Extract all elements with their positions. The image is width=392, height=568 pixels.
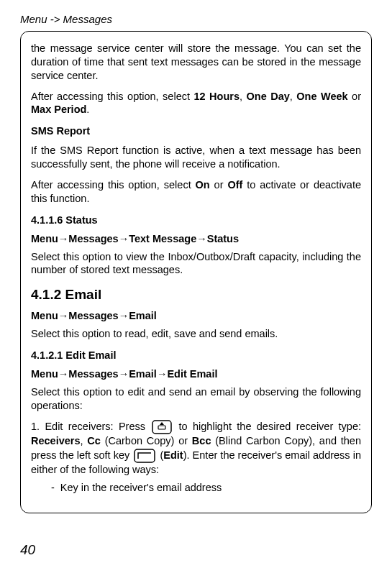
status-nav-path: Menu→Messages→Text Message→Status	[31, 233, 361, 244]
left-soft-key-icon	[134, 449, 155, 463]
intro-paragraph: the message service center will store th…	[31, 42, 361, 83]
status-description: Select this option to view the Inbox/Out…	[31, 250, 361, 278]
option-edit: Edit	[163, 449, 183, 461]
nav-menu: Menu	[31, 368, 58, 380]
text: After accessing this option, select	[31, 91, 193, 102]
text: 1. Edit receivers: Press	[31, 421, 150, 432]
nav-menu: Menu	[31, 310, 58, 321]
text: to highlight the desired receiver type:	[173, 421, 361, 432]
email-heading: 4.1.2 Email	[31, 287, 361, 303]
text: or	[348, 91, 361, 102]
arrow-icon: →	[119, 233, 129, 244]
arrow-icon: →	[119, 310, 129, 321]
sms-report-description: If the SMS Report function is active, wh…	[31, 144, 361, 171]
email-nav-path: Menu→Messages→Email	[31, 310, 361, 321]
text: (Carbon Copy) or	[101, 435, 192, 446]
nav-status: Status	[207, 233, 239, 244]
arrow-icon: →	[58, 233, 69, 244]
text: .	[86, 104, 89, 115]
arrow-icon: →	[58, 310, 69, 321]
edit-email-heading: 4.1.2.1 Edit Email	[31, 349, 361, 361]
text: ,	[81, 435, 88, 446]
option-on: On	[196, 179, 210, 191]
nav-messages: Messages	[68, 368, 118, 380]
nav-messages: Messages	[68, 233, 118, 244]
step-1: 1. Edit receivers: Press to highlight th…	[31, 420, 361, 495]
option-off: Off	[227, 179, 242, 191]
sms-report-heading: SMS Report	[31, 125, 361, 137]
arrow-icon: →	[196, 233, 207, 244]
svg-rect-1	[158, 426, 165, 429]
option-receivers: Receivers	[31, 435, 81, 446]
text: ,	[290, 91, 297, 102]
status-heading: 4.1.1.6 Status	[31, 214, 361, 226]
text: After accessing this option, select	[31, 179, 196, 191]
validity-period-options: After accessing this option, select 12 H…	[31, 90, 361, 117]
option-one-day: One Day	[247, 91, 290, 102]
option-max-period: Max Period	[31, 104, 86, 115]
nav-menu: Menu	[31, 233, 58, 244]
arrow-icon: →	[157, 368, 168, 380]
nav-email: Email	[129, 368, 157, 380]
page-header: Menu -> Messages	[20, 13, 372, 25]
nav-messages: Messages	[68, 310, 118, 321]
text: or	[210, 179, 228, 191]
page-number: 40	[20, 542, 35, 558]
nav-text-message: Text Message	[129, 233, 196, 244]
step-1-sub: -Key in the receiver's email address	[51, 481, 361, 495]
arrow-icon: →	[119, 368, 129, 380]
dash: -	[51, 482, 55, 493]
sms-report-onoff: After accessing this option, select On o…	[31, 178, 361, 206]
nav-key-icon	[152, 420, 172, 434]
svg-rect-2	[135, 449, 155, 462]
option-12-hours: 12 Hours	[193, 91, 240, 102]
edit-email-description: Select this option to edit and send an e…	[31, 385, 361, 413]
option-one-week: One Week	[296, 91, 347, 102]
text: ,	[240, 91, 247, 102]
content-frame: the message service center will store th…	[20, 31, 372, 513]
option-bcc: Bcc	[192, 435, 211, 446]
text: (	[157, 449, 163, 461]
email-description: Select this option to read, edit, save a…	[31, 327, 361, 341]
nav-email: Email	[129, 310, 157, 321]
option-cc: Cc	[87, 435, 101, 446]
arrow-icon: →	[58, 368, 69, 380]
nav-edit-email: Edit Email	[167, 368, 217, 380]
edit-email-nav-path: Menu→Messages→Email→Edit Email	[31, 368, 361, 380]
text: Key in the receiver's email address	[60, 482, 222, 493]
